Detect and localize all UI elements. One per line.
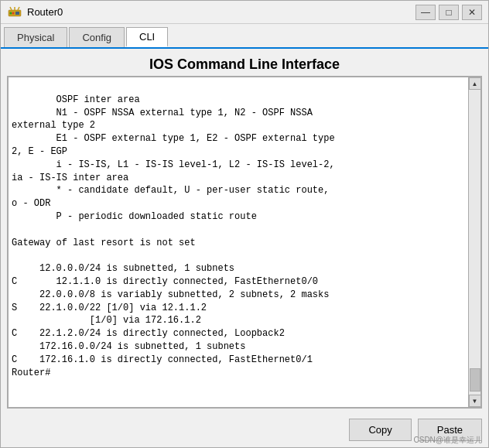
maximize-button[interactable]: □ (439, 5, 459, 20)
title-bar: Router0 — □ ✕ (1, 1, 488, 24)
svg-point-1 (10, 12, 12, 14)
window-title: Router0 (27, 6, 63, 18)
close-button[interactable]: ✕ (462, 5, 482, 20)
scrollbar[interactable]: ▲ ▼ (468, 77, 480, 407)
title-bar-left: Router0 (7, 5, 63, 20)
tab-cli[interactable]: CLI (126, 27, 168, 47)
scroll-thumb[interactable] (470, 368, 480, 392)
router-icon (7, 5, 22, 20)
minimize-button[interactable]: — (415, 5, 436, 20)
tab-bar: Physical Config CLI (1, 24, 488, 49)
terminal-output[interactable]: OSPF inter area N1 - OSPF NSSA external … (9, 77, 480, 407)
copy-button[interactable]: Copy (349, 419, 411, 441)
terminal-wrapper: OSPF inter area N1 - OSPF NSSA external … (7, 76, 482, 409)
terminal-text: OSPF inter area N1 - OSPF NSSA external … (12, 94, 335, 378)
svg-line-4 (10, 7, 12, 10)
cli-title: IOS Command Line Interface (7, 52, 482, 76)
window-controls: — □ ✕ (415, 5, 482, 20)
svg-point-2 (12, 12, 15, 14)
scroll-down-button[interactable]: ▼ (469, 395, 481, 407)
svg-line-6 (18, 7, 19, 10)
bottom-bar: Copy Paste CSDN@谁是幸运儿 (1, 412, 488, 447)
scroll-track[interactable] (469, 90, 480, 395)
svg-rect-3 (15, 12, 19, 15)
tab-config[interactable]: Config (69, 27, 125, 47)
content-area: IOS Command Line Interface OSPF inter ar… (1, 49, 488, 412)
main-window: Router0 — □ ✕ Physical Config CLI IOS Co… (0, 0, 489, 448)
scroll-up-button[interactable]: ▲ (469, 77, 481, 90)
tab-physical[interactable]: Physical (4, 27, 67, 47)
watermark: CSDN@谁是幸运儿 (414, 435, 483, 446)
